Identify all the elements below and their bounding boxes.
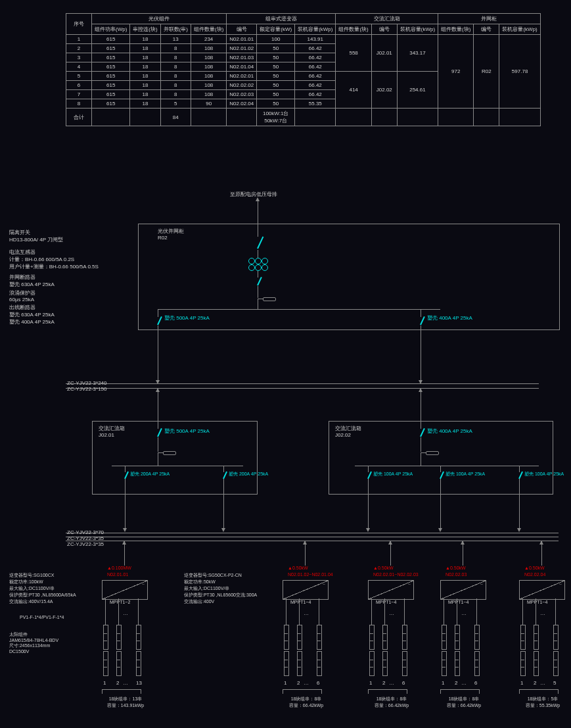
main-busbar [158, 309, 440, 310]
arrow-up-icon [256, 197, 260, 201]
grp-jbox: 交流汇流箱 [336, 14, 438, 24]
pv-string-icon [442, 625, 447, 650]
note-isolator: 隔离开关 HD13-800A/ 4P 刀闸型 [9, 229, 63, 243]
pv-cable-label: PV1-F-1*4/PV1-F-1*4 [20, 615, 64, 619]
pv-string-icon [402, 625, 407, 650]
grp-pv: 光伏组件 [92, 14, 227, 24]
inv-summary: 18块组串：8串 容量：66.42kWp [438, 696, 490, 709]
note-breaker: 并网断路器 塑壳 630A 4P 25kA [9, 274, 55, 288]
brace-icon [368, 689, 407, 694]
inv-tag: ▲0.50kW [373, 566, 394, 570]
pv-string-icon [317, 625, 322, 650]
pv-string-icon [520, 625, 526, 650]
inv-summary: 18块组串：5串 容量：55.35kWp [516, 696, 569, 709]
jbox-2-title: 交流汇流箱 J02.02 [335, 425, 361, 438]
breaker-2-label: 塑壳 400A 4P 25kA [427, 314, 472, 322]
note-ct: 电流互感器 计量：BH-0.66 600/5A 0.2S 用户计量+测量：BH-… [9, 249, 99, 270]
inv-tag: ▲0.50kW [288, 566, 308, 570]
spec-table: 序号 光伏组件 组串式逆变器 交流汇流箱 并网柜 组件功率(Wp)串控连(块)并… [66, 13, 541, 126]
pv-string-icon [297, 625, 302, 650]
inv-summary: 18块组串：8串 容量：66.42kWp [365, 696, 418, 709]
pv-string-icon [116, 625, 122, 650]
pv-string-icon [369, 625, 375, 650]
inverter-icon: ~ [102, 580, 148, 600]
inv-code: N02.02.03 [445, 572, 467, 577]
inv-summary: 18块组串：13串 容量：143.91kWp [99, 696, 152, 709]
inverter-icon: ~ [519, 580, 565, 600]
inverter-notes-2: 逆变器型号:SG50CX-P2-CN 额定功率:50kW 最大输入:DC1100… [184, 572, 257, 605]
grp-grid: 并网柜 [438, 14, 541, 24]
grid-cabinet-title: 光伏并网柜 R02 [158, 228, 184, 241]
brace-icon [440, 689, 480, 694]
brace-icon [519, 689, 559, 694]
pv-string-icon [455, 625, 460, 650]
spd-icon [263, 297, 276, 301]
pv-string-icon [103, 625, 108, 650]
brace-icon [283, 689, 322, 694]
note-outgoing: 出线断路器 塑壳 630A 4P 25kA 塑壳 400A 4P 25kA [9, 304, 55, 326]
jbox-1-title: 交流汇流箱 J02.01 [99, 425, 125, 438]
cable-2-label: ZC-YJV22-3*70 ZC-YJV22-3*35 ZC-YJV22-3*3… [67, 529, 104, 547]
pv-string-icon [284, 625, 289, 650]
inv-tag: ▲0.100MW [107, 566, 131, 570]
inverter-icon: ~ [283, 580, 329, 600]
module-notes: 太阳组件 JAM615/84-78HL4-BDV 尺寸:2456x1134mm … [9, 631, 58, 654]
breaker-1-label: 塑壳 500A 4P 25kA [164, 314, 210, 322]
pv-string-icon [136, 625, 141, 650]
ct-icon [248, 258, 255, 264]
inverter-notes-1: 逆变器型号:SG100CX 额定功率:100kW 最大输入:DC1100V/串 … [9, 572, 76, 605]
grp-inv: 组串式逆变器 [227, 14, 336, 24]
pv-string-icon [534, 625, 539, 650]
pv-string-icon [553, 625, 559, 650]
inv-tag: ▲0.50kW [445, 566, 466, 570]
inverter-icon: ~ [368, 580, 414, 600]
inv-tag: ▲0.50kW [524, 566, 545, 570]
cable-1-label: ZC-YJV22-3*240 ZC-YJV22-3*150 [67, 380, 106, 392]
inverter-icon: ~ [440, 580, 486, 600]
inv-code: N02.01.02~N02.01.04 [288, 572, 333, 577]
busbar-label: 至原配电房低压母排 [230, 191, 277, 198]
inv-code: N02.02.04 [524, 572, 545, 577]
note-spd: 浪涌保护器 60μs 25kA [9, 289, 35, 303]
col-seq: 序号 [66, 14, 92, 35]
inv-code: N02.01.01 [107, 572, 128, 577]
pv-string-icon [474, 625, 480, 650]
pv-string-icon [382, 625, 388, 650]
inv-code: N02.02.01~N02.02.03 [373, 572, 419, 577]
inv-summary: 18块组串：8串 容量：66.42kWp [280, 696, 332, 709]
brace-icon [102, 689, 141, 694]
